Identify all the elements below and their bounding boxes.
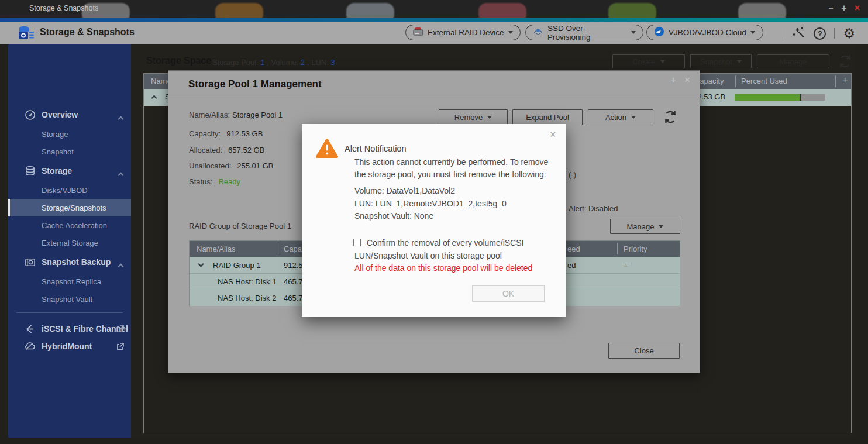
stat-label: Unallocated: — [189, 161, 231, 170]
action-button[interactable]: Action — [588, 109, 653, 125]
stat-label: Status: — [189, 177, 212, 186]
desktop-app-icon — [738, 3, 786, 18]
close-dialog-button[interactable]: Close — [608, 343, 680, 359]
chevron-down-icon — [660, 60, 665, 63]
raid-priority-cell: -- — [624, 261, 629, 270]
button-label: Create — [632, 57, 655, 66]
sidebar-section-snapshot-backup[interactable]: Snapshot Backup — [8, 253, 131, 271]
manage-button[interactable]: Manage — [757, 54, 829, 68]
stat-value: Storage Pool 1 — [232, 111, 283, 119]
column-percent-used[interactable]: Percent Used — [741, 77, 787, 85]
raid-name-cell: NAS Host: Disk 2 — [218, 294, 276, 302]
chevron-down-icon — [631, 31, 636, 34]
external-raid-device-dropdown[interactable]: External RAID Device — [405, 25, 521, 40]
warning-icon — [316, 139, 338, 161]
button-label: Snapshot — [700, 57, 732, 66]
column-speed-fragment[interactable]: eed — [567, 245, 580, 253]
button-label: Manage — [780, 57, 807, 66]
button-label: Expand Pool — [526, 113, 569, 122]
stat-label: Allocated: — [189, 146, 222, 154]
sidebar-section-label: Overview — [42, 110, 78, 119]
stat-name-alias: Name/Alias:Storage Pool 1 — [189, 111, 283, 119]
help-icon[interactable]: ? — [814, 27, 826, 40]
collapse-chevron-icon[interactable] — [151, 95, 157, 101]
column-priority[interactable]: Priority — [624, 245, 647, 253]
alert-item-lun: LUN: LUN_1,RemoteVJBOD1_2,test5g_0 — [354, 199, 507, 208]
dropdown-label: SSD Over-Provisioning — [547, 24, 627, 42]
ok-button-disabled[interactable]: OK — [472, 285, 545, 302]
maximize-button[interactable]: + — [841, 2, 846, 14]
gauge-icon — [23, 109, 36, 121]
summary-label: Storage Pool: — [212, 58, 259, 67]
chevron-down-icon — [659, 225, 663, 228]
summary-value: 1 — [260, 58, 264, 67]
desktop-edge — [0, 44, 8, 444]
divider — [783, 28, 783, 39]
sidebar-item-label: Snapshot Replica — [42, 277, 101, 286]
sidebar-item-storage-snapshots[interactable]: Storage/Snapshots — [8, 199, 131, 216]
create-button[interactable]: Create — [612, 54, 685, 68]
vjbod-cloud-dropdown[interactable]: VJBOD/VJBOD Cloud — [646, 25, 763, 40]
sidebar-item-external-storage[interactable]: External Storage — [8, 234, 131, 252]
expand-chevron-icon[interactable] — [198, 261, 204, 267]
stat-status: Status:Ready — [189, 177, 240, 186]
sidebar-item-label: Disks/VJBOD — [42, 186, 88, 195]
chevron-down-icon — [750, 31, 755, 34]
sidebar-item-disks-vjbod[interactable]: Disks/VJBOD — [8, 181, 131, 199]
percent-used-bar — [735, 94, 825, 101]
sidebar-link-hybridmount[interactable]: HybridMount — [8, 338, 131, 355]
stat-capacity: Capacity:912.53 GB — [189, 129, 263, 138]
chevron-up-icon — [118, 116, 124, 122]
raid-manage-button[interactable]: Manage — [610, 219, 680, 234]
refresh-icon[interactable] — [663, 109, 678, 127]
checkbox-label-line: LUN/Snapshot Vault on this storage pool — [354, 251, 502, 260]
app-header: Storage & Snapshots External RAID Device… — [0, 22, 868, 44]
window-titlebar: Storage & Snapshots − + × — [0, 0, 868, 18]
sidebar-link-label: HybridMount — [42, 342, 92, 351]
sidebar-item-snapshot-vault[interactable]: Snapshot Vault — [8, 290, 131, 308]
summary-value: 3 — [330, 58, 335, 67]
sidebar-item-storage-overview[interactable]: Storage — [8, 125, 131, 143]
sidebar-section-overview[interactable]: Overview — [8, 106, 131, 123]
sidebar-item-label: Storage — [42, 130, 68, 139]
app-title: Storage & Snapshots — [40, 27, 135, 37]
add-column-button[interactable]: + — [842, 75, 848, 85]
chevron-up-icon — [118, 173, 124, 178]
snapshot-button[interactable]: Snapshot — [690, 54, 752, 68]
raid-name-cell: RAID Group 1 — [213, 261, 261, 270]
refresh-icon[interactable] — [838, 54, 853, 71]
column-name-alias[interactable]: Name/Alias — [197, 245, 235, 253]
alert-item-volume: Volume: DataVol1,DataVol2 — [354, 186, 455, 195]
space-alert-fragment: Alert: Disabled — [569, 204, 618, 213]
chevron-down-icon — [508, 31, 513, 34]
checkbox-label-line[interactable]: Confirm the removal of every volume/iSCS… — [367, 238, 523, 247]
close-window-button[interactable]: × — [855, 2, 860, 14]
remove-pool-button[interactable]: Remove — [439, 109, 508, 125]
sidebar-link-iscsi-fibre-channel[interactable]: iSCSI & Fibre Channel — [8, 320, 131, 338]
minimize-button[interactable]: − — [828, 2, 833, 14]
desktop-app-icon — [608, 3, 656, 18]
close-dialog-icon[interactable]: × — [684, 74, 690, 86]
column-divider — [278, 243, 278, 254]
sidebar-divider — [16, 312, 123, 313]
app-logo-icon — [18, 25, 35, 44]
active-indicator — [8, 199, 10, 216]
close-alert-icon[interactable]: × — [550, 129, 556, 141]
confirm-checkbox[interactable] — [353, 239, 361, 246]
sidebar-section-storage[interactable]: Storage — [8, 162, 131, 180]
popout-icon[interactable]: + — [670, 74, 676, 86]
expand-pool-button[interactable]: Expand Pool — [512, 109, 583, 125]
magic-wand-icon[interactable] — [791, 25, 805, 42]
button-label: Close — [634, 346, 653, 355]
ssd-over-provisioning-dropdown[interactable]: SSD Over-Provisioning — [525, 25, 643, 40]
sidebar-section-label: Storage — [42, 166, 72, 175]
sidebar-item-snapshot-replica[interactable]: Snapshot Replica — [8, 273, 131, 290]
sidebar-item-snapshot-overview[interactable]: Snapshot — [8, 143, 131, 160]
sidebar-section-label: Snapshot Backup — [42, 257, 111, 267]
external-link-icon — [116, 325, 124, 335]
sidebar-item-label: Cache Acceleration — [42, 221, 107, 230]
gear-icon[interactable]: ⚙ — [843, 27, 855, 40]
raid-speed-fragment: ed — [567, 261, 576, 270]
storage-summary: Storage Pool: 1 , Volume: 2 , LUN: 3 — [212, 58, 335, 67]
sidebar-item-cache-acceleration[interactable]: Cache Acceleration — [8, 216, 131, 234]
